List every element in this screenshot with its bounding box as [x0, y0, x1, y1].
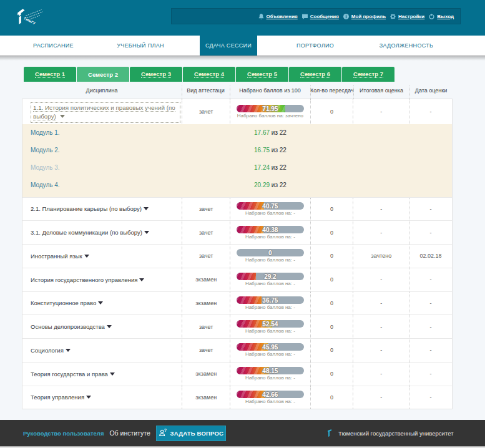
svg-text:ТюмГУ: ТюмГУ [23, 16, 36, 26]
svg-text:?: ? [164, 429, 166, 432]
